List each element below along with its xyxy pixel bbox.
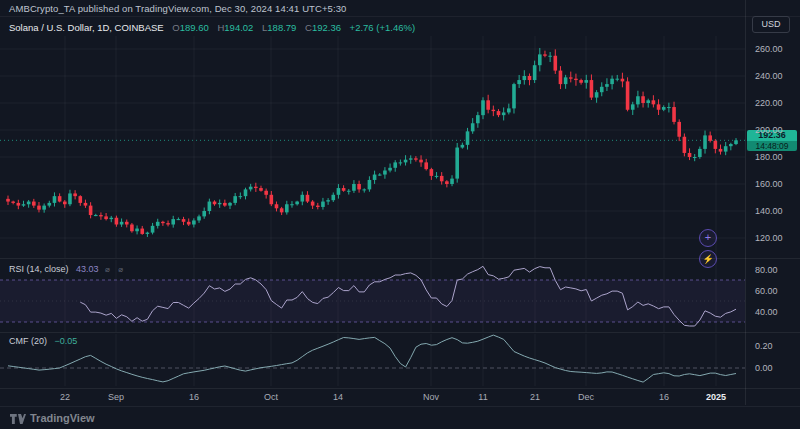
price-axis-tick: 160.00 [755, 179, 783, 189]
price-axis-tick: 240.00 [755, 71, 783, 81]
footer-bar: TradingView [0, 406, 800, 429]
rsi-axis-tick: 60.00 [755, 286, 778, 296]
price-pane[interactable] [0, 36, 745, 258]
pane-separator[interactable] [0, 332, 800, 333]
time-axis-label: 22 [60, 392, 70, 402]
rsi-axis-tick: 40.00 [755, 307, 778, 317]
publish-bar: AMBCrypto_TA published on TradingView.co… [0, 0, 800, 17]
price-axis[interactable]: USD 192.36 14:48:09 260.00240.00220.0020… [746, 0, 800, 405]
plus-icon: + [705, 231, 711, 243]
time-axis-label: Nov [423, 392, 439, 402]
price-axis-tick: 200.00 [755, 125, 783, 135]
rsi-value: 43.03 [76, 264, 99, 274]
pane-separator[interactable] [0, 258, 800, 259]
time-axis-label: 11 [478, 392, 487, 402]
cmf-value: −0.05 [55, 336, 78, 346]
rsi-name: RSI (14, close) [9, 264, 69, 274]
rsi-indicator-label[interactable]: RSI (14, close) 43.03 ⌀ ⌀ [9, 264, 126, 274]
time-axis-label: Dec [578, 392, 594, 402]
boost-button[interactable]: ⚡ [699, 250, 717, 268]
price-axis-divider [745, 0, 746, 405]
price-axis-tick: 180.00 [755, 152, 783, 162]
lightning-icon: ⚡ [702, 254, 713, 264]
cmf-axis-tick: 0.00 [755, 363, 773, 373]
ohlc-close-value: 192.36 [312, 22, 341, 33]
cmf-name: CMF (20) [9, 336, 47, 346]
ohlc-open-label: O [172, 22, 179, 33]
time-axis-label: 16 [189, 392, 199, 402]
add-button[interactable]: + [699, 229, 717, 247]
change-value: +2.76 (+1.46%) [350, 22, 416, 33]
price-axis-tick: 260.00 [755, 44, 783, 54]
time-axis-label: 14 [333, 392, 343, 402]
cmf-line [8, 335, 736, 382]
ohlc-open-value: 189.60 [180, 22, 209, 33]
time-axis[interactable]: 22Sep16Oct14Nov1121Dec162025 [0, 389, 745, 405]
indicator-toggle-icons[interactable]: ⌀ ⌀ [105, 265, 126, 274]
cmf-indicator-label[interactable]: CMF (20) −0.05 [9, 336, 77, 346]
tradingview-snapshot: AMBCrypto_TA published on TradingView.co… [0, 0, 800, 429]
time-axis-label: 21 [530, 392, 540, 402]
rsi-axis-tick: 80.00 [755, 265, 778, 275]
ohlc-close-label: C [305, 22, 312, 33]
ohlc-low-value: 188.79 [267, 22, 296, 33]
cmf-pane[interactable] [0, 334, 745, 386]
symbol-title[interactable]: Solana / U.S. Dollar, 1D, COINBASE [9, 22, 164, 33]
time-axis-label: Oct [264, 392, 278, 402]
ohlc-high-value: 194.02 [224, 22, 253, 33]
tradingview-brand[interactable]: TradingView [30, 412, 95, 424]
cmf-axis-tick: 0.20 [755, 341, 773, 351]
bar-countdown: 14:48:09 [747, 141, 797, 151]
price-axis-tick: 120.00 [755, 233, 783, 243]
time-axis-label: 2025 [706, 392, 726, 402]
tradingview-logo-icon[interactable] [10, 413, 26, 425]
symbol-bar: Solana / U.S. Dollar, 1D, COINBASE O189.… [9, 22, 415, 36]
price-axis-tick: 140.00 [755, 206, 783, 216]
publish-line: AMBCrypto_TA published on TradingView.co… [9, 3, 347, 14]
time-axis-label: Sep [108, 392, 124, 402]
currency-toggle-button[interactable]: USD [752, 16, 790, 33]
price-axis-tick: 220.00 [755, 98, 783, 108]
time-axis-label: 16 [659, 392, 669, 402]
